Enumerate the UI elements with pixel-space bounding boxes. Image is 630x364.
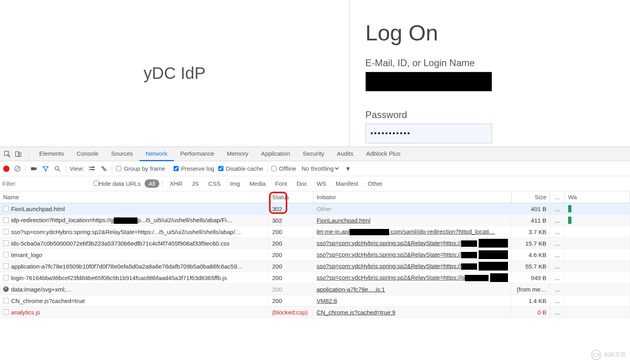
email-input[interactable] bbox=[365, 72, 492, 91]
filter-type-doc[interactable]: Doc bbox=[292, 179, 311, 188]
large-rows-icon[interactable] bbox=[88, 165, 96, 173]
request-name: ids-5cba0a7c0b50000072ebf3b223a53730b6ed… bbox=[11, 240, 229, 247]
more-cell: ... bbox=[550, 284, 565, 295]
col-status[interactable]: Status bbox=[269, 191, 313, 203]
filter-type-media[interactable]: Media bbox=[246, 179, 270, 188]
separator bbox=[112, 165, 112, 173]
request-initiator[interactable]: sso?sp=com:ydcHybris:spring:sp2&RelaySta… bbox=[317, 251, 477, 258]
waterfall-cell bbox=[565, 226, 630, 237]
request-name: CN_chrome.js?cached=true bbox=[11, 297, 85, 304]
more-cell: ... bbox=[550, 203, 565, 214]
filter-type-xhr[interactable]: XHR bbox=[166, 179, 187, 188]
tab-application[interactable]: Application bbox=[255, 147, 296, 161]
filter-type-font[interactable]: Font bbox=[271, 179, 291, 188]
hide-data-urls-checkbox[interactable]: Hide data URLs bbox=[94, 180, 141, 187]
chevron-down-icon[interactable]: ▼ bbox=[344, 165, 352, 173]
password-field-group: Password bbox=[365, 109, 614, 143]
filter-input[interactable] bbox=[2, 180, 90, 187]
filter-icon[interactable] bbox=[42, 165, 50, 173]
svg-rect-12 bbox=[101, 166, 105, 167]
col-more[interactable]: ... bbox=[550, 191, 565, 203]
svg-rect-11 bbox=[91, 169, 95, 170]
tab-network[interactable]: Network bbox=[139, 147, 174, 161]
request-size: 411 B bbox=[531, 217, 546, 224]
network-row[interactable]: analytics.js(blocked:csp)CN_chrome.js?ca… bbox=[0, 307, 630, 318]
separator bbox=[267, 165, 267, 173]
device-toggle-icon[interactable] bbox=[13, 149, 23, 159]
separator bbox=[29, 150, 29, 158]
tab-memory[interactable]: Memory bbox=[221, 147, 255, 161]
offline-checkbox[interactable]: Offline bbox=[271, 165, 296, 172]
request-initiator[interactable]: let-me-in.apj.com/saml/idp-redirection?h… bbox=[317, 228, 495, 235]
password-label: Password bbox=[365, 109, 614, 120]
waterfall-cell bbox=[565, 272, 630, 283]
filter-type-js[interactable]: JS bbox=[188, 179, 203, 188]
blocked-icon bbox=[3, 286, 9, 292]
file-icon bbox=[3, 298, 9, 303]
separator bbox=[162, 180, 163, 187]
col-waterfall[interactable]: Wa bbox=[565, 191, 630, 203]
request-initiator[interactable]: sso?sp=com:ydcHybris:spring:sp2&RelaySta… bbox=[317, 263, 477, 270]
request-name: idp-redirection?httpd_location=https://g… bbox=[11, 217, 233, 224]
more-cell: ... bbox=[550, 226, 565, 237]
filter-type-all[interactable]: All bbox=[145, 179, 159, 188]
request-initiator[interactable]: sso?sp=com:ydcHybris:spring:sp2&RelaySta… bbox=[317, 274, 489, 281]
watermark: CX 创新互联 bbox=[591, 350, 626, 360]
filter-type-img[interactable]: Img bbox=[226, 179, 244, 188]
login-brand-panel: yDC IdP bbox=[0, 0, 349, 147]
inspect-icon[interactable] bbox=[2, 149, 12, 159]
clear-icon[interactable] bbox=[13, 165, 21, 173]
more-cell: ... bbox=[550, 272, 565, 283]
tab-adblock-plus[interactable]: Adblock Plus bbox=[360, 147, 407, 161]
filter-type-ws[interactable]: WS bbox=[313, 179, 330, 188]
camera-icon[interactable] bbox=[30, 165, 38, 173]
request-initiator[interactable]: CN_chrome.js?cached=true:9 bbox=[317, 309, 395, 316]
request-initiator[interactable]: sso?sp=com:ydcHybris:spring:sp2&RelaySta… bbox=[317, 240, 477, 247]
request-size: (from me… bbox=[517, 286, 546, 293]
separator bbox=[25, 165, 26, 173]
waterfall-cell bbox=[565, 215, 630, 226]
watermark-text: 创新互联 bbox=[604, 351, 626, 358]
tab-console[interactable]: Console bbox=[71, 147, 105, 161]
group-by-frame-checkbox[interactable]: Group by frame bbox=[116, 165, 165, 172]
filter-type-css[interactable]: CSS bbox=[204, 179, 225, 188]
waterfall-view-icon[interactable] bbox=[100, 165, 108, 173]
search-icon[interactable] bbox=[53, 165, 61, 173]
tab-audits[interactable]: Audits bbox=[330, 147, 360, 161]
network-row[interactable]: ids-5cba0a7c0b50000072ebf3b223a53730b6ed… bbox=[0, 238, 630, 249]
network-row[interactable]: tenant_logo200sso?sp=com:ydcHybris:sprin… bbox=[0, 249, 630, 261]
email-label: E-Mail, ID, or Login Name bbox=[365, 57, 614, 69]
network-row[interactable]: idp-redirection?httpd_location=https://g… bbox=[0, 215, 630, 226]
request-initiator[interactable]: FioriLaunchpad.html bbox=[317, 217, 370, 224]
network-row[interactable]: application-a7fc78e16509b10f0f7d0f78e0ef… bbox=[0, 261, 630, 272]
disable-cache-checkbox[interactable]: Disable cache bbox=[218, 165, 263, 172]
col-size[interactable]: Size bbox=[512, 191, 550, 203]
network-row[interactable]: sso?sp=com:ydcHybris:spring:sp2&RelaySta… bbox=[0, 226, 630, 238]
request-status: 302 bbox=[272, 206, 282, 212]
preserve-log-checkbox[interactable]: Preserve log bbox=[174, 165, 214, 172]
password-input[interactable] bbox=[365, 124, 492, 143]
tab-elements[interactable]: Elements bbox=[33, 147, 71, 161]
request-initiator[interactable]: VM82:8 bbox=[317, 297, 337, 304]
svg-rect-13 bbox=[103, 168, 106, 169]
col-name[interactable]: Name bbox=[0, 191, 269, 203]
login-heading: Log On bbox=[365, 20, 614, 46]
view-label: View: bbox=[70, 165, 84, 172]
filter-type-manifest[interactable]: Manifest bbox=[332, 179, 362, 188]
network-row[interactable]: login-76164bba98bcef23fd84be65f08c9b1b91… bbox=[0, 272, 630, 284]
request-name: tenant_logo bbox=[11, 252, 42, 258]
filter-type-other[interactable]: Other bbox=[364, 179, 387, 188]
tab-sources[interactable]: Sources bbox=[105, 147, 139, 161]
tab-performance[interactable]: Performance bbox=[174, 147, 221, 161]
network-table-body: FioriLaunchpad.html302Other401 B...idp-r… bbox=[0, 203, 630, 318]
throttling-select[interactable]: No throttling bbox=[300, 165, 340, 172]
record-button[interactable] bbox=[3, 166, 10, 172]
tab-security[interactable]: Security bbox=[296, 147, 330, 161]
login-pane: yDC IdP Log On E-Mail, ID, or Login Name… bbox=[0, 0, 630, 147]
col-initiator[interactable]: Initiator bbox=[313, 191, 512, 203]
network-row[interactable]: data:image/svg+xml;…200application-a7fc7… bbox=[0, 284, 630, 295]
network-row[interactable]: CN_chrome.js?cached=true200VM82:81.4 KB.… bbox=[0, 295, 630, 307]
watermark-logo-icon: CX bbox=[591, 350, 601, 360]
request-initiator[interactable]: application-a7fc78e….js:1 bbox=[317, 286, 385, 293]
network-row[interactable]: FioriLaunchpad.html302Other401 B... bbox=[0, 203, 630, 215]
